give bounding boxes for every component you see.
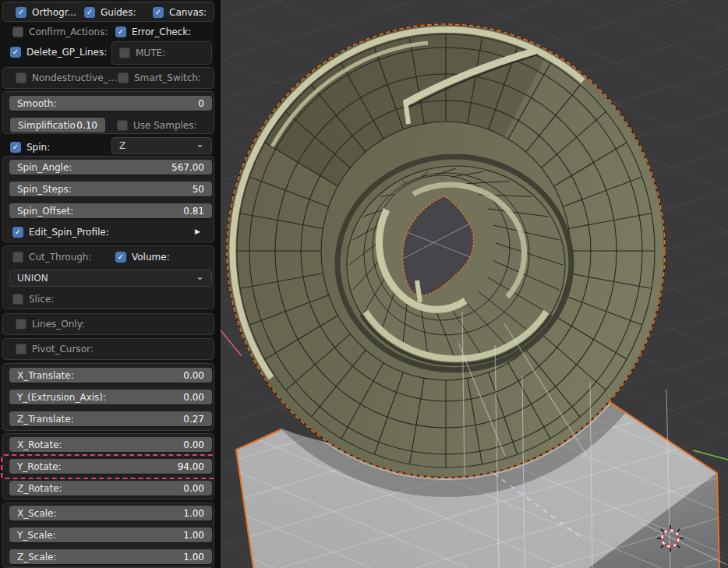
checkbox-box: ✓ (12, 294, 23, 305)
check-icon: ✓ (12, 48, 19, 57)
checkbox-guides[interactable]: ✓ Guides: (84, 6, 136, 19)
slider-z-translate[interactable]: Z_Translate: 0.27 (9, 411, 212, 426)
checkbox-error-check[interactable]: ✓ Error_Check: (115, 26, 191, 38)
panel-edge-gutter (214, 0, 221, 568)
checkbox-label: Guides: (101, 7, 136, 18)
slider-spin-offset[interactable]: Spin_Offset: 0.81 (9, 203, 212, 218)
slider-label: Spin_Angle: (17, 162, 72, 173)
checkbox-label: Canvas: (169, 7, 207, 18)
checkbox-volume[interactable]: ✓ Volume: (115, 251, 170, 263)
slider-value: 0.00 (183, 392, 204, 403)
slider-value: 0.00 (183, 483, 204, 494)
checkbox-label: Spin: (27, 142, 50, 153)
slider-z-scale[interactable]: Z_Scale: 1.00 (9, 549, 212, 564)
panel-group-mute: ✓ MUTE: (111, 41, 212, 65)
checkbox-box: ✓ (16, 319, 27, 330)
slider-label: Spin_Steps: (17, 184, 72, 195)
slider-label: Y_Scale: (17, 530, 56, 541)
checkbox-box: ✓ (12, 227, 23, 238)
check-icon: ✓ (87, 8, 93, 17)
panel-group-view-toggles: ✓ Orthogr... ✓ Guides: ✓ Canvas: (2, 2, 214, 22)
boolean-mode-dropdown[interactable]: UNION ⌄ (9, 270, 212, 287)
slider-spin-angle[interactable]: Spin_Angle: 567.00 (9, 160, 212, 175)
slider-z-rotate[interactable]: Z_Rotate: 0.00 (9, 481, 212, 496)
check-icon: ✓ (12, 143, 19, 152)
slider-label: Smooth: (17, 98, 56, 109)
slider-y-extrusion-axis[interactable]: Y_(Extrusion_Axis): 0.00 (9, 390, 212, 404)
checkbox-box: ✓ (10, 47, 21, 58)
slider-x-rotate[interactable]: X_Rotate: 0.00 (9, 437, 212, 452)
slider-label: Spin_Offset: (17, 206, 73, 217)
checkbox-box: ✓ (118, 72, 129, 83)
slider-label: Simplificatio (18, 120, 76, 131)
slider-value: 50 (193, 184, 204, 195)
slider-value: 0.27 (183, 414, 204, 425)
checkbox-label: Error_Check: (132, 26, 191, 37)
check-icon: ✓ (155, 8, 161, 17)
checkbox-delete-gp-lines[interactable]: ✓ Delete_GP_Lines: (10, 46, 107, 58)
panel-group-destructive: ✓ Nondestructive_... ✓ Smart_Switch: (2, 67, 214, 89)
checkbox-box: ✓ (117, 120, 128, 131)
checkbox-label: Nondestructive_... (32, 72, 117, 83)
slider-value: 0.00 (183, 370, 204, 381)
checkbox-box: ✓ (115, 252, 126, 263)
slider-smooth[interactable]: Smooth: 0 (9, 96, 212, 111)
checkbox-use-samples[interactable]: ✓ Use Samples: (117, 119, 197, 132)
checkbox-label: Pivot_Cursor: (32, 344, 94, 355)
hole-wall-sliver (417, 280, 420, 302)
checkbox-cut-through[interactable]: ✓ Cut_Through: (12, 251, 92, 263)
checkbox-box: ✓ (10, 142, 21, 153)
slider-simplification[interactable]: Simplificatio 0.10 (10, 118, 105, 132)
checkbox-label: Slice: (29, 294, 54, 305)
checkbox-box: ✓ (16, 72, 27, 83)
panel-group-pivot-cursor: ✓ Pivot_Cursor: (2, 338, 214, 360)
slider-label: Z_Rotate: (17, 483, 62, 494)
checkbox-box: ✓ (115, 26, 126, 37)
checkbox-label: Lines_Only: (32, 319, 85, 330)
viewport-3d[interactable] (221, 0, 728, 568)
checkbox-nondestructive[interactable]: ✓ Nondestructive_... (16, 72, 117, 84)
checkbox-box: ✓ (16, 344, 27, 355)
slider-label: Z_Translate: (17, 414, 74, 425)
checkbox-confirm-actions[interactable]: ✓ Confirm_Actions: (12, 26, 108, 38)
slider-value: 0 (198, 98, 204, 109)
checkbox-box: ✓ (16, 7, 27, 18)
checkbox-mute[interactable]: ✓ MUTE: (119, 47, 165, 59)
panel-group-lines-only: ✓ Lines_Only: (2, 313, 214, 335)
slider-value: 0.81 (183, 206, 204, 217)
checkbox-lines-only[interactable]: ✓ Lines_Only: (16, 318, 85, 330)
expand-arrow-icon[interactable]: ▶ (195, 228, 200, 235)
checkbox-slice[interactable]: ✓ Slice: (12, 293, 54, 305)
slider-x-scale[interactable]: X_Scale: 1.00 (9, 506, 212, 520)
slider-spin-steps[interactable]: Spin_Steps: 50 (9, 182, 212, 196)
slider-label: Y_(Extrusion_Axis): (17, 392, 106, 403)
checkbox-box: ✓ (12, 26, 23, 37)
checkbox-spin[interactable]: ✓ Spin: (10, 141, 50, 153)
check-icon: ✓ (118, 27, 124, 37)
spin-axis-dropdown[interactable]: Z ⌄ (111, 137, 212, 154)
slider-label: X_Scale: (17, 508, 57, 519)
checkbox-edit-spin-profile[interactable]: ✓ Edit_Spin_Profile: (12, 226, 109, 238)
slider-value: 0.00 (183, 439, 204, 450)
slider-value: 1.00 (183, 508, 204, 519)
slider-x-translate[interactable]: X_Translate: 0.00 (9, 368, 212, 383)
slider-value: 567.00 (171, 162, 204, 173)
slider-label: Z_Scale: (17, 552, 57, 563)
spiral-mesh[interactable] (227, 24, 665, 478)
slider-value: 1.00 (183, 530, 204, 541)
checkbox-label: Volume: (132, 252, 170, 263)
check-icon: ✓ (118, 252, 124, 262)
check-icon: ✓ (18, 8, 24, 17)
checkbox-box: ✓ (119, 48, 130, 58)
chevron-down-icon: ⌄ (196, 141, 204, 147)
checkbox-canvas[interactable]: ✓ Canvas: (153, 6, 207, 19)
checkbox-label: MUTE: (136, 48, 165, 58)
check-icon: ✓ (15, 228, 21, 237)
checkbox-smart-switch[interactable]: ✓ Smart_Switch: (118, 72, 201, 84)
checkbox-box: ✓ (84, 7, 95, 18)
checkbox-orthographic[interactable]: ✓ Orthogr... (16, 6, 76, 19)
slider-y-scale[interactable]: Y_Scale: 1.00 (9, 527, 212, 542)
checkbox-pivot-cursor[interactable]: ✓ Pivot_Cursor: (16, 343, 94, 355)
active-field-highlight (1, 454, 221, 479)
checkbox-label: Smart_Switch: (134, 72, 201, 83)
